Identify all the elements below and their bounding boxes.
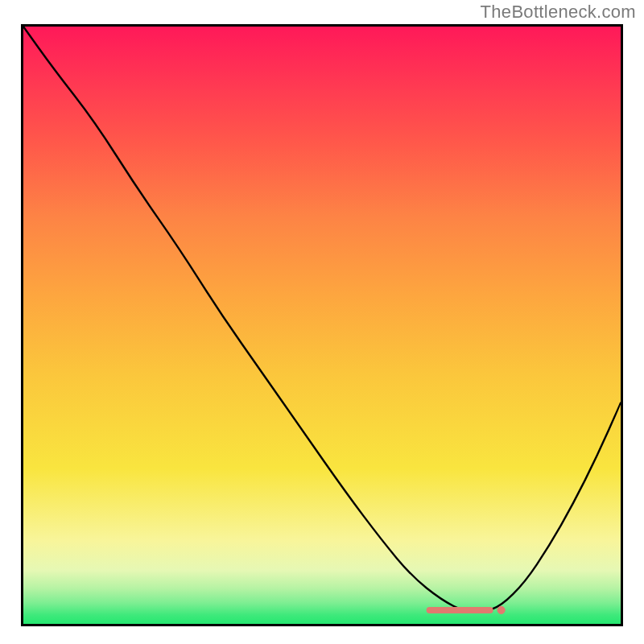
plot-area bbox=[21, 24, 623, 626]
attribution-label: TheBottleneck.com bbox=[481, 2, 636, 23]
trough-marker-end bbox=[497, 606, 505, 613]
chart-root: TheBottleneck.com bbox=[0, 0, 644, 644]
bottleneck-curve bbox=[23, 27, 621, 612]
curve-layer bbox=[23, 27, 621, 624]
